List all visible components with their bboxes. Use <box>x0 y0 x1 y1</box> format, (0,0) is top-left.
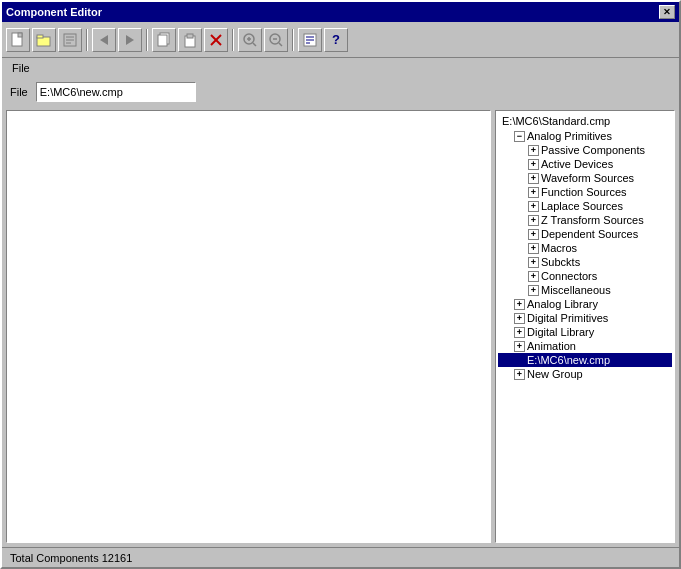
svg-rect-11 <box>158 35 167 46</box>
delete-icon <box>208 32 224 48</box>
main-content: E:\MC6\Standard.cmp − Analog Primitives … <box>2 106 679 547</box>
file-row: File <box>2 78 679 106</box>
expand-digital-library[interactable]: + <box>514 327 525 338</box>
paste-button[interactable] <box>178 28 202 52</box>
expand-new-group[interactable]: + <box>514 369 525 380</box>
tree-node-laplace-sources[interactable]: + Laplace Sources <box>498 199 672 213</box>
tree-node-animation[interactable]: + Animation <box>498 339 672 353</box>
tree-node-analog-library[interactable]: + Analog Library <box>498 297 672 311</box>
open-icon <box>36 32 52 48</box>
paste-icon <box>182 32 198 48</box>
expand-analog-primitives[interactable]: − <box>514 131 525 142</box>
tree-node-digital-library[interactable]: + Digital Library <box>498 325 672 339</box>
copy-icon <box>156 32 172 48</box>
title-bar-buttons: ✕ <box>659 5 675 19</box>
tree-node-digital-primitives[interactable]: + Digital Primitives <box>498 311 672 325</box>
title-bar: Component Editor ✕ <box>2 2 679 22</box>
tree-node-new-cmp[interactable]: E:\MC6\new.cmp <box>498 353 672 367</box>
right-tree-panel[interactable]: E:\MC6\Standard.cmp − Analog Primitives … <box>495 110 675 543</box>
open-button[interactable] <box>32 28 56 52</box>
tree-node-function-sources[interactable]: + Function Sources <box>498 185 672 199</box>
expand-animation[interactable]: + <box>514 341 525 352</box>
tree-node-miscellaneous[interactable]: + Miscellaneous <box>498 283 672 297</box>
separator-4 <box>292 29 294 51</box>
expand-active-devices[interactable]: + <box>528 159 539 170</box>
expand-subckts[interactable]: + <box>528 257 539 268</box>
edit-icon <box>302 32 318 48</box>
back-button[interactable] <box>92 28 116 52</box>
tree-node-new-group[interactable]: + New Group <box>498 367 672 381</box>
tree-node-subckts[interactable]: + Subckts <box>498 255 672 269</box>
tree-node-macros[interactable]: + Macros <box>498 241 672 255</box>
tree-node-dependent-sources[interactable]: + Dependent Sources <box>498 227 672 241</box>
left-panel <box>6 110 491 543</box>
expand-connectors[interactable]: + <box>528 271 539 282</box>
expand-passive-components[interactable]: + <box>528 145 539 156</box>
expand-miscellaneous[interactable]: + <box>528 285 539 296</box>
forward-icon <box>122 32 138 48</box>
tree-node-z-transform-sources[interactable]: + Z Transform Sources <box>498 213 672 227</box>
properties-button[interactable] <box>58 28 82 52</box>
menu-bar: File <box>2 58 679 78</box>
svg-rect-3 <box>37 35 43 38</box>
svg-rect-13 <box>187 34 193 38</box>
new-cmp-label: E:\MC6\new.cmp <box>527 354 610 366</box>
svg-line-19 <box>253 43 256 46</box>
svg-line-22 <box>279 43 282 46</box>
expand-dependent-sources[interactable]: + <box>528 229 539 240</box>
edit-button[interactable] <box>298 28 322 52</box>
tree-node-waveform-sources[interactable]: + Waveform Sources <box>498 171 672 185</box>
separator-1 <box>86 29 88 51</box>
status-bar: Total Components 12161 <box>2 547 679 567</box>
expand-laplace-sources[interactable]: + <box>528 201 539 212</box>
expand-function-sources[interactable]: + <box>528 187 539 198</box>
tree-node-passive-components[interactable]: + Passive Components <box>498 143 672 157</box>
delete-button[interactable] <box>204 28 228 52</box>
expand-analog-library[interactable]: + <box>514 299 525 310</box>
new-button[interactable] <box>6 28 30 52</box>
properties-icon <box>62 32 78 48</box>
tree-root-path: E:\MC6\Standard.cmp <box>498 113 672 129</box>
tree-node-connectors[interactable]: + Connectors <box>498 269 672 283</box>
tree-node-active-devices[interactable]: + Active Devices <box>498 157 672 171</box>
forward-button[interactable] <box>118 28 142 52</box>
file-menu[interactable]: File <box>6 61 36 75</box>
window-title: Component Editor <box>6 6 102 18</box>
zoom-in-button[interactable] <box>238 28 262 52</box>
expand-macros[interactable]: + <box>528 243 539 254</box>
expand-z-transform-sources[interactable]: + <box>528 215 539 226</box>
svg-marker-8 <box>100 35 108 45</box>
component-editor-window: Component Editor ✕ <box>0 0 681 569</box>
close-button[interactable]: ✕ <box>659 5 675 19</box>
toolbar: ? <box>2 22 679 58</box>
file-label: File <box>10 86 28 98</box>
help-button[interactable]: ? <box>324 28 348 52</box>
expand-waveform-sources[interactable]: + <box>528 173 539 184</box>
tree-node-analog-primitives[interactable]: − Analog Primitives <box>498 129 672 143</box>
status-text: Total Components 12161 <box>10 552 132 564</box>
expand-digital-primitives[interactable]: + <box>514 313 525 324</box>
zoom-out-button[interactable] <box>264 28 288 52</box>
zoom-in-icon <box>242 32 258 48</box>
svg-marker-9 <box>126 35 134 45</box>
new-icon <box>10 32 26 48</box>
svg-rect-1 <box>18 33 22 37</box>
separator-2 <box>146 29 148 51</box>
copy-button[interactable] <box>152 28 176 52</box>
file-input[interactable] <box>36 82 196 102</box>
zoom-out-icon <box>268 32 284 48</box>
separator-3 <box>232 29 234 51</box>
back-icon <box>96 32 112 48</box>
